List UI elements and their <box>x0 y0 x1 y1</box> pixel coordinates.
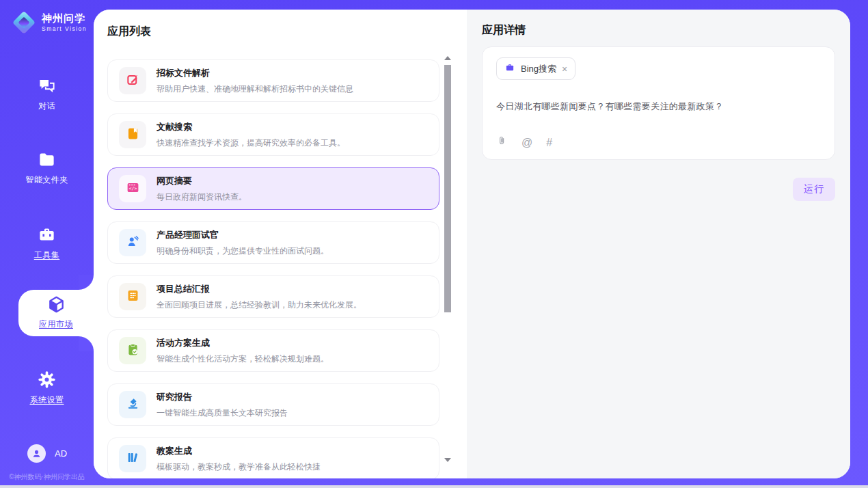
composer-toolbar: @ # <box>496 135 552 150</box>
app-title: 网页摘要 <box>157 175 247 187</box>
app-title: 项目总结汇报 <box>157 283 362 295</box>
copyright-footer: ©神州数码·神州问学出品 <box>0 472 94 482</box>
app-title: 文献搜索 <box>157 121 345 133</box>
brand-diamond-icon <box>12 11 36 34</box>
app-card-activity-plan[interactable]: 活动方案生成智能生成个性化活动方案，轻松解决规划难题。 <box>107 329 439 372</box>
app-card-literature-search[interactable]: 文献搜索快速精准查找学术资源，提高研究效率的必备工具。 <box>107 113 439 156</box>
run-button[interactable]: 运行 <box>793 178 835 201</box>
sidebar-item-settings[interactable]: 系统设置 <box>0 370 94 406</box>
interviewer-icon <box>119 229 146 256</box>
sidebar-item-label: 工具集 <box>0 249 94 261</box>
prompt-card: Bing搜索 × 今日湖北有哪些新闻要点？有哪些需要关注的最新政策？ @ # <box>482 46 835 160</box>
toolbox-icon <box>0 226 94 245</box>
app-cards: 招标文件解析帮助用户快速、准确地理解和解析招标书中的关键信息 文献搜索快速精准查… <box>107 59 439 478</box>
bottom-edge-strip <box>0 485 868 488</box>
app-detail-panel: 应用详情 Bing搜索 × 今日湖北有哪些新闻要点？有哪些需要关注的最新政策？ … <box>467 10 850 478</box>
edit-document-icon <box>119 67 146 94</box>
hashtag-icon[interactable]: # <box>546 137 552 149</box>
tool-tag-label: Bing搜索 <box>521 63 556 75</box>
app-card-web-summary[interactable]: </> 网页摘要每日政府新闻资讯快查。 <box>107 167 439 210</box>
briefcase-icon <box>504 62 515 75</box>
gear-icon <box>0 370 94 390</box>
svg-text:</>: </> <box>128 186 137 191</box>
app-card-pm-interviewer[interactable]: 产品经理面试官明确身份和职责，为您提供专业性的面试问题。 <box>107 221 439 264</box>
book-icon <box>119 121 146 148</box>
sidebar-item-label: 系统设置 <box>0 394 94 406</box>
app-desc: 明确身份和职责，为您提供专业性的面试问题。 <box>157 245 329 257</box>
tool-tag-bing-search[interactable]: Bing搜索 × <box>496 57 575 80</box>
sidebar-item-label: 应用市场 <box>18 318 94 330</box>
app-card-bid-parse[interactable]: 招标文件解析帮助用户快速、准确地理解和解析招标书中的关键信息 <box>107 59 439 102</box>
app-title: 教案生成 <box>157 445 321 457</box>
app-card-project-summary[interactable]: 项目总结汇报全面回顾项目进展，总结经验教训，助力未来优化发展。 <box>107 275 439 318</box>
attachment-icon[interactable] <box>496 135 508 150</box>
app-detail-title: 应用详情 <box>482 23 835 38</box>
app-card-lesson-plan[interactable]: 教案生成模板驱动，教案秒成，教学准备从此轻松快捷 <box>107 437 439 478</box>
report-note-icon <box>119 283 146 310</box>
sidebar-item-toolset[interactable]: 工具集 <box>0 226 94 261</box>
scroll-down-icon[interactable] <box>444 458 451 462</box>
app-title: 活动方案生成 <box>157 337 329 349</box>
app-desc: 模板驱动，教案秒成，教学准备从此轻松快捷 <box>157 461 321 473</box>
app-desc: 每日政府新闻资讯快查。 <box>157 191 247 203</box>
chat-icon <box>0 77 94 96</box>
tab-curve-top <box>79 275 94 290</box>
sidebar-item-label: 对话 <box>0 100 94 112</box>
prompt-text[interactable]: 今日湖北有哪些新闻要点？有哪些需要关注的最新政策？ <box>496 100 821 113</box>
brand-subtitle: Smart Vision <box>42 26 87 32</box>
microscope-icon <box>119 391 146 418</box>
webpage-icon: </> <box>119 175 146 202</box>
books-icon <box>119 445 146 472</box>
brand-name: 神州问学 <box>42 13 87 25</box>
app-desc: 智能生成个性化活动方案，轻松解决规划难题。 <box>157 353 329 365</box>
scroll-up-icon[interactable] <box>444 56 451 60</box>
app-list-scrollbar <box>444 56 452 462</box>
main-container: 应用列表 招标文件解析帮助用户快速、准确地理解和解析招标书中的关键信息 文献搜索… <box>94 10 850 478</box>
app-card-research-report[interactable]: 研究报告一键智能生成高质量长文本研究报告 <box>107 383 439 426</box>
app-desc: 帮助用户快速、准确地理解和解析招标书中的关键信息 <box>157 83 353 95</box>
app-desc: 全面回顾项目进展，总结经验教训，助力未来优化发展。 <box>157 299 362 311</box>
sidebar-item-chat[interactable]: 对话 <box>0 77 94 112</box>
app-title: 研究报告 <box>157 391 288 403</box>
app-logo: 神州问学 Smart Vision <box>12 11 87 34</box>
avatar <box>27 444 46 463</box>
app-desc: 快速精准查找学术资源，提高研究效率的必备工具。 <box>157 137 345 149</box>
user-name: AD <box>55 448 67 459</box>
sidebar-item-smart-folder[interactable]: 智能文件夹 <box>0 150 94 186</box>
tab-curve-bottom <box>79 336 94 351</box>
cube-icon <box>18 295 94 314</box>
app-list-panel: 应用列表 招标文件解析帮助用户快速、准确地理解和解析招标书中的关键信息 文献搜索… <box>94 10 467 478</box>
mention-icon[interactable]: @ <box>521 137 532 149</box>
app-title: 产品经理面试官 <box>157 229 329 241</box>
app-desc: 一键智能生成高质量长文本研究报告 <box>157 407 288 419</box>
scrollbar-thumb[interactable] <box>444 65 451 312</box>
folder-icon <box>0 150 94 170</box>
sidebar: 神州问学 Smart Vision 对话 智能文件夹 工具集 应用市场 系统设 <box>0 0 94 488</box>
clipboard-check-icon <box>119 337 146 364</box>
close-icon[interactable]: × <box>562 64 567 74</box>
app-list-title: 应用列表 <box>107 25 467 39</box>
sidebar-item-app-market[interactable]: 应用市场 <box>18 290 94 336</box>
sidebar-item-label: 智能文件夹 <box>0 174 94 186</box>
user-account[interactable]: AD <box>27 444 67 463</box>
app-title: 招标文件解析 <box>157 67 353 79</box>
